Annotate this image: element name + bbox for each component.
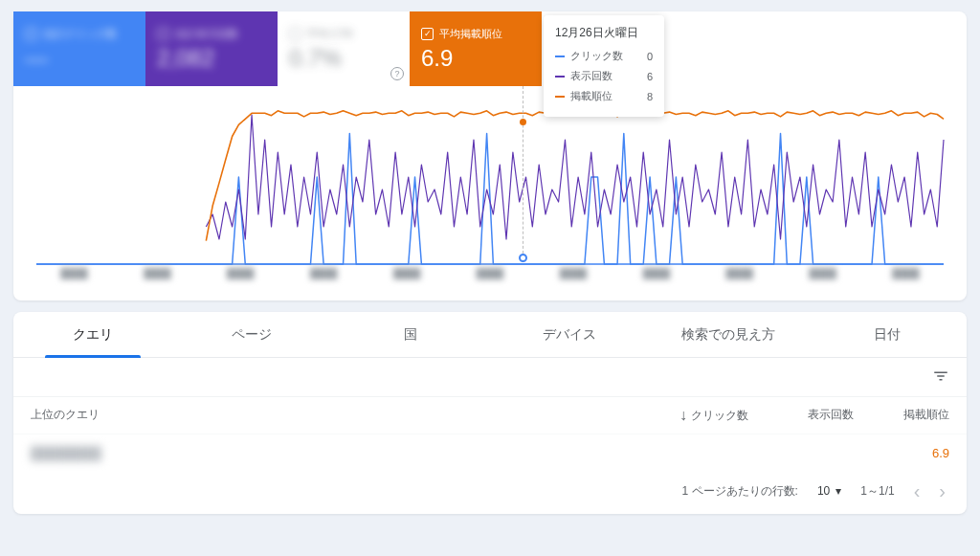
chart-tooltip: 12月26日火曜日 クリック数 0 表示回数 6 掲載順位 8 xyxy=(544,15,664,117)
tab-query[interactable]: クエリ xyxy=(13,312,172,357)
tooltip-clicks-value: 0 xyxy=(647,51,653,62)
tooltip-pos-value: 8 xyxy=(647,91,653,102)
xaxis-tick: ████ xyxy=(116,268,199,289)
chart-guideline xyxy=(523,86,523,258)
chart-area[interactable] xyxy=(13,86,967,268)
prev-page-button[interactable]: ‹ xyxy=(914,481,921,500)
xaxis-tick: ████ xyxy=(199,268,282,289)
col-header-position[interactable]: 掲載順位 xyxy=(854,407,949,424)
chevron-down-icon: ▾ xyxy=(835,484,841,498)
tooltip-pos-label: 掲載順位 xyxy=(570,89,612,103)
metric-value: — xyxy=(25,45,134,72)
tab-date[interactable]: 日付 xyxy=(808,312,967,357)
tooltip-clicks-label: クリック数 xyxy=(570,49,623,63)
tooltip-date: 12月26日火曜日 xyxy=(555,25,653,41)
checkbox-icon xyxy=(289,28,301,40)
metric-label: 合計表示回数 xyxy=(175,27,238,41)
help-icon[interactable]: ? xyxy=(390,67,404,80)
sort-down-icon: ↓ xyxy=(679,407,687,424)
chart-marker-blue xyxy=(519,254,527,262)
xaxis-tick: ████ xyxy=(282,268,366,289)
xaxis-tick: ████ xyxy=(864,268,947,289)
rows-per-page-label: 1 ページあたりの行数: xyxy=(682,483,798,500)
metric-label: 合計クリック数 xyxy=(43,27,117,41)
pagination-range: 1～1/1 xyxy=(860,483,894,500)
tab-country[interactable]: 国 xyxy=(331,312,490,357)
tooltip-impr-label: 表示回数 xyxy=(570,69,612,83)
cell-query: ████████ xyxy=(31,446,605,460)
performance-card: ✓合計クリック数 — ✓合計表示回数 2,082 平均 CTR 0.7% ? ✓… xyxy=(13,11,967,300)
metric-label: 平均 CTR xyxy=(307,27,353,41)
xaxis-tick: ████ xyxy=(698,268,781,289)
swatch-icon xyxy=(555,96,565,98)
swatch-icon xyxy=(555,56,565,57)
tabs-row: クエリ ページ 国 デバイス 検索での見え方 日付 xyxy=(13,312,967,358)
tooltip-impr-value: 6 xyxy=(647,71,653,82)
tab-device[interactable]: デバイス xyxy=(490,312,649,357)
metric-label: 平均掲載順位 xyxy=(439,27,502,41)
chart-marker-orange xyxy=(520,119,526,125)
query-table-card: クエリ ページ 国 デバイス 検索での見え方 日付 上位のクエリ ↓ クリック数… xyxy=(13,312,967,514)
metric-value: 6.9 xyxy=(421,45,530,72)
filter-icon[interactable] xyxy=(932,367,949,388)
checkbox-icon: ✓ xyxy=(157,28,169,40)
xaxis-tick: ████ xyxy=(366,268,449,289)
next-page-button[interactable]: › xyxy=(939,481,946,500)
table-row[interactable]: ████████ 6.9 xyxy=(13,434,967,472)
metric-tile-position[interactable]: ✓平均掲載順位 6.9 xyxy=(410,11,542,86)
metrics-row: ✓合計クリック数 — ✓合計表示回数 2,082 平均 CTR 0.7% ? ✓… xyxy=(13,11,967,86)
xaxis-tick: ████ xyxy=(781,268,864,289)
metric-value: 2,082 xyxy=(157,45,266,72)
tab-page[interactable]: ページ xyxy=(172,312,331,357)
col-header-query[interactable]: 上位のクエリ xyxy=(31,407,605,424)
swatch-icon xyxy=(555,76,565,78)
metric-tile-clicks[interactable]: ✓合計クリック数 — xyxy=(13,11,145,86)
pagination: 1 ページあたりの行数: 10 ▾ 1～1/1 ‹ › xyxy=(13,472,967,514)
col-header-impressions[interactable]: 表示回数 xyxy=(748,407,854,424)
checkbox-icon: ✓ xyxy=(421,28,434,40)
cell-position: 6.9 xyxy=(854,446,949,460)
chart-svg xyxy=(33,86,947,268)
chart-xaxis: ████████████████████████████████████████… xyxy=(13,268,967,289)
filter-row xyxy=(13,358,967,396)
xaxis-tick: ████ xyxy=(449,268,532,289)
checkbox-icon: ✓ xyxy=(25,28,37,40)
tab-appearance[interactable]: 検索での見え方 xyxy=(649,312,808,357)
metric-tile-ctr[interactable]: 平均 CTR 0.7% ? xyxy=(278,11,410,86)
table-header: 上位のクエリ ↓ クリック数 表示回数 掲載順位 xyxy=(13,396,967,434)
xaxis-tick: ████ xyxy=(33,268,116,289)
xaxis-tick: ████ xyxy=(531,268,614,289)
metric-value: 0.7% xyxy=(289,45,398,72)
col-header-clicks[interactable]: ↓ クリック数 xyxy=(605,407,748,424)
rows-per-page-select[interactable]: 10 ▾ xyxy=(817,484,841,498)
metric-tile-impressions[interactable]: ✓合計表示回数 2,082 xyxy=(145,11,278,86)
xaxis-tick: ████ xyxy=(614,268,698,289)
